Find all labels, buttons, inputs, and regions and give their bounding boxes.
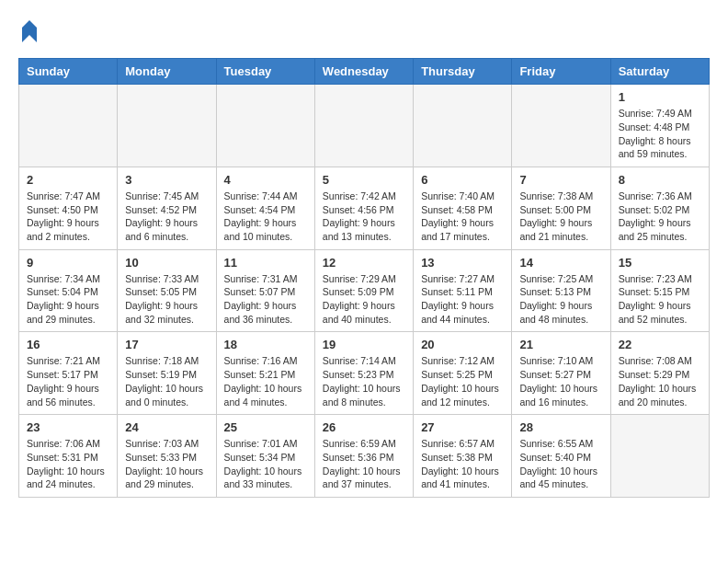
day-number: 27 bbox=[421, 420, 504, 434]
calendar-cell: 9Sunrise: 7:34 AM Sunset: 5:04 PM Daylig… bbox=[19, 249, 118, 332]
day-number: 26 bbox=[323, 420, 405, 434]
calendar-cell: 8Sunrise: 7:36 AM Sunset: 5:02 PM Daylig… bbox=[610, 167, 709, 249]
weekday-header-saturday: Saturday bbox=[610, 59, 709, 85]
calendar-week-row: 9Sunrise: 7:34 AM Sunset: 5:04 PM Daylig… bbox=[19, 249, 710, 332]
day-info: Sunrise: 7:31 AM Sunset: 5:07 PM Dayligh… bbox=[224, 272, 307, 327]
calendar-cell: 3Sunrise: 7:45 AM Sunset: 4:52 PM Daylig… bbox=[118, 167, 216, 249]
day-number: 6 bbox=[421, 173, 504, 187]
day-number: 5 bbox=[323, 173, 405, 187]
day-number: 11 bbox=[224, 256, 307, 270]
calendar-week-row: 2Sunrise: 7:47 AM Sunset: 4:50 PM Daylig… bbox=[19, 167, 710, 249]
header bbox=[18, 18, 710, 49]
day-number: 23 bbox=[27, 420, 109, 434]
weekday-header-wednesday: Wednesday bbox=[314, 59, 413, 85]
day-info: Sunrise: 6:57 AM Sunset: 5:38 PM Dayligh… bbox=[421, 437, 504, 491]
calendar-cell: 2Sunrise: 7:47 AM Sunset: 4:50 PM Daylig… bbox=[19, 167, 118, 249]
calendar-cell: 25Sunrise: 7:01 AM Sunset: 5:34 PM Dayli… bbox=[216, 415, 314, 498]
calendar-cell: 19Sunrise: 7:14 AM Sunset: 5:23 PM Dayli… bbox=[314, 332, 413, 415]
weekday-header-thursday: Thursday bbox=[414, 59, 512, 85]
day-info: Sunrise: 7:01 AM Sunset: 5:34 PM Dayligh… bbox=[224, 437, 307, 491]
calendar-cell bbox=[414, 85, 512, 167]
day-info: Sunrise: 7:03 AM Sunset: 5:33 PM Dayligh… bbox=[125, 437, 208, 491]
day-info: Sunrise: 7:38 AM Sunset: 5:00 PM Dayligh… bbox=[519, 190, 602, 244]
day-info: Sunrise: 7:27 AM Sunset: 5:11 PM Dayligh… bbox=[421, 272, 504, 327]
svg-marker-0 bbox=[22, 20, 37, 42]
calendar: SundayMondayTuesdayWednesdayThursdayFrid… bbox=[18, 58, 710, 498]
day-info: Sunrise: 7:18 AM Sunset: 5:19 PM Dayligh… bbox=[125, 354, 208, 408]
calendar-cell: 10Sunrise: 7:33 AM Sunset: 5:05 PM Dayli… bbox=[118, 249, 216, 332]
calendar-week-row: 23Sunrise: 7:06 AM Sunset: 5:31 PM Dayli… bbox=[19, 415, 710, 498]
calendar-week-row: 16Sunrise: 7:21 AM Sunset: 5:17 PM Dayli… bbox=[19, 332, 710, 415]
calendar-cell: 17Sunrise: 7:18 AM Sunset: 5:19 PM Dayli… bbox=[118, 332, 216, 415]
calendar-cell: 6Sunrise: 7:40 AM Sunset: 4:58 PM Daylig… bbox=[414, 167, 512, 249]
day-info: Sunrise: 7:23 AM Sunset: 5:15 PM Dayligh… bbox=[619, 272, 701, 327]
logo bbox=[18, 18, 39, 49]
day-number: 9 bbox=[27, 256, 109, 270]
calendar-cell: 20Sunrise: 7:12 AM Sunset: 5:25 PM Dayli… bbox=[414, 332, 512, 415]
day-info: Sunrise: 7:10 AM Sunset: 5:27 PM Dayligh… bbox=[519, 354, 602, 408]
calendar-cell: 13Sunrise: 7:27 AM Sunset: 5:11 PM Dayli… bbox=[414, 249, 512, 332]
calendar-cell bbox=[216, 85, 314, 167]
day-info: Sunrise: 7:16 AM Sunset: 5:21 PM Dayligh… bbox=[224, 354, 307, 408]
day-info: Sunrise: 7:42 AM Sunset: 4:56 PM Dayligh… bbox=[323, 190, 405, 244]
calendar-cell: 4Sunrise: 7:44 AM Sunset: 4:54 PM Daylig… bbox=[216, 167, 314, 249]
weekday-header-sunday: Sunday bbox=[19, 59, 118, 85]
weekday-header-monday: Monday bbox=[118, 59, 216, 85]
weekday-header-row: SundayMondayTuesdayWednesdayThursdayFrid… bbox=[19, 59, 710, 85]
day-info: Sunrise: 7:14 AM Sunset: 5:23 PM Dayligh… bbox=[323, 354, 405, 408]
day-number: 12 bbox=[323, 256, 405, 270]
calendar-cell: 5Sunrise: 7:42 AM Sunset: 4:56 PM Daylig… bbox=[314, 167, 413, 249]
calendar-cell bbox=[512, 85, 610, 167]
day-number: 1 bbox=[619, 90, 701, 104]
calendar-cell: 18Sunrise: 7:16 AM Sunset: 5:21 PM Dayli… bbox=[216, 332, 314, 415]
calendar-cell: 15Sunrise: 7:23 AM Sunset: 5:15 PM Dayli… bbox=[610, 249, 709, 332]
day-number: 25 bbox=[224, 420, 307, 434]
day-number: 22 bbox=[619, 338, 701, 351]
calendar-cell: 7Sunrise: 7:38 AM Sunset: 5:00 PM Daylig… bbox=[512, 167, 610, 249]
day-number: 4 bbox=[224, 173, 307, 187]
weekday-header-friday: Friday bbox=[512, 59, 610, 85]
day-number: 18 bbox=[224, 338, 307, 351]
day-number: 10 bbox=[125, 256, 208, 270]
calendar-cell: 22Sunrise: 7:08 AM Sunset: 5:29 PM Dayli… bbox=[610, 332, 709, 415]
calendar-cell: 14Sunrise: 7:25 AM Sunset: 5:13 PM Dayli… bbox=[512, 249, 610, 332]
calendar-cell bbox=[610, 415, 709, 498]
day-number: 7 bbox=[519, 173, 602, 187]
day-number: 28 bbox=[519, 420, 602, 434]
day-info: Sunrise: 7:34 AM Sunset: 5:04 PM Dayligh… bbox=[27, 272, 109, 327]
day-info: Sunrise: 7:21 AM Sunset: 5:17 PM Dayligh… bbox=[27, 354, 109, 408]
day-info: Sunrise: 6:55 AM Sunset: 5:40 PM Dayligh… bbox=[519, 437, 602, 491]
day-number: 3 bbox=[125, 173, 208, 187]
day-number: 19 bbox=[323, 338, 405, 351]
calendar-cell: 21Sunrise: 7:10 AM Sunset: 5:27 PM Dayli… bbox=[512, 332, 610, 415]
calendar-cell bbox=[19, 85, 118, 167]
calendar-cell: 24Sunrise: 7:03 AM Sunset: 5:33 PM Dayli… bbox=[118, 415, 216, 498]
day-info: Sunrise: 7:08 AM Sunset: 5:29 PM Dayligh… bbox=[619, 354, 701, 408]
day-info: Sunrise: 7:12 AM Sunset: 5:25 PM Dayligh… bbox=[421, 354, 504, 408]
day-info: Sunrise: 7:33 AM Sunset: 5:05 PM Dayligh… bbox=[125, 272, 208, 327]
day-info: Sunrise: 7:44 AM Sunset: 4:54 PM Dayligh… bbox=[224, 190, 307, 244]
day-info: Sunrise: 6:59 AM Sunset: 5:36 PM Dayligh… bbox=[323, 437, 405, 491]
calendar-cell: 11Sunrise: 7:31 AM Sunset: 5:07 PM Dayli… bbox=[216, 249, 314, 332]
calendar-cell: 1Sunrise: 7:49 AM Sunset: 4:48 PM Daylig… bbox=[610, 85, 709, 167]
calendar-cell: 16Sunrise: 7:21 AM Sunset: 5:17 PM Dayli… bbox=[19, 332, 118, 415]
day-number: 20 bbox=[421, 338, 504, 351]
day-info: Sunrise: 7:49 AM Sunset: 4:48 PM Dayligh… bbox=[619, 107, 701, 161]
day-number: 17 bbox=[125, 338, 208, 351]
day-number: 8 bbox=[619, 173, 701, 187]
day-info: Sunrise: 7:06 AM Sunset: 5:31 PM Dayligh… bbox=[27, 437, 109, 491]
logo-text bbox=[18, 18, 39, 49]
calendar-cell: 27Sunrise: 6:57 AM Sunset: 5:38 PM Dayli… bbox=[414, 415, 512, 498]
day-info: Sunrise: 7:25 AM Sunset: 5:13 PM Dayligh… bbox=[519, 272, 602, 327]
calendar-cell: 26Sunrise: 6:59 AM Sunset: 5:36 PM Dayli… bbox=[314, 415, 413, 498]
day-number: 21 bbox=[519, 338, 602, 351]
day-info: Sunrise: 7:29 AM Sunset: 5:09 PM Dayligh… bbox=[323, 272, 405, 327]
calendar-cell: 23Sunrise: 7:06 AM Sunset: 5:31 PM Dayli… bbox=[19, 415, 118, 498]
day-number: 13 bbox=[421, 256, 504, 270]
day-info: Sunrise: 7:45 AM Sunset: 4:52 PM Dayligh… bbox=[125, 190, 208, 244]
calendar-cell bbox=[118, 85, 216, 167]
day-number: 15 bbox=[619, 256, 701, 270]
logo-icon bbox=[20, 18, 39, 44]
day-info: Sunrise: 7:36 AM Sunset: 5:02 PM Dayligh… bbox=[619, 190, 701, 244]
calendar-cell bbox=[314, 85, 413, 167]
